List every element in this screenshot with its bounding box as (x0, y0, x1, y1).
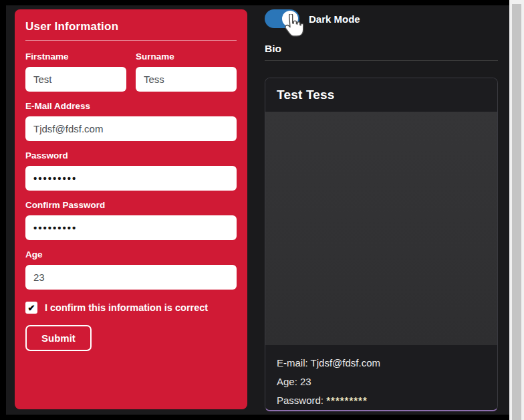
dark-mode-row: Dark Mode (265, 9, 498, 28)
email-label: E-Mail Address (25, 101, 237, 111)
age-label: Age (25, 249, 237, 259)
email-input[interactable] (25, 116, 237, 141)
toggle-knob-icon (282, 11, 298, 27)
confirm-password-label: Confirm Password (25, 200, 237, 210)
bio-card-header: Test Tess (265, 78, 497, 112)
bio-email-row: E-mail: Tjdsf@fdsf.com (277, 356, 486, 369)
bio-email-label: E-mail: (277, 357, 311, 369)
bio-email-value: Tjdsf@fdsf.com (311, 357, 380, 369)
age-input[interactable] (25, 265, 237, 290)
bio-age-label: Age: (277, 376, 300, 387)
email-field-group: E-Mail Address (25, 101, 237, 141)
confirm-checkbox-row: ✔ I confirm this information is correct (25, 302, 237, 314)
bio-password-row: Password: ********* (277, 394, 486, 407)
password-field-group: Password (25, 150, 237, 191)
confirm-password-field-group: Confirm Password (25, 200, 237, 240)
dark-mode-toggle[interactable] (265, 9, 299, 28)
age-field-group: Age (25, 249, 237, 290)
dark-mode-label: Dark Mode (309, 13, 360, 25)
firstname-label: Firstname (25, 51, 126, 62)
confirm-checkbox[interactable]: ✔ (25, 302, 37, 314)
firstname-field-group: Firstname (25, 42, 126, 92)
bio-age-value: 23 (300, 376, 311, 387)
confirm-password-input[interactable] (25, 215, 237, 240)
vertical-scrollbar[interactable] (509, 0, 524, 420)
bio-column: Dark Mode Bio Test Tess E-mail: Tjdsf@fd… (265, 5, 498, 415)
firstname-input[interactable] (25, 67, 126, 92)
password-label: Password (25, 150, 237, 161)
bio-password-label: Password: (277, 395, 326, 406)
bio-card-footer: E-mail: Tjdsf@fdsf.com Age: 23 Password:… (265, 345, 497, 410)
confirm-checkbox-label: I confirm this information is correct (45, 302, 208, 313)
panel-title: User Information (25, 20, 237, 33)
surname-label: Surname (136, 51, 237, 62)
bio-card-title: Test Tess (277, 88, 335, 102)
page-background: User Information Firstname Surname E-Mai… (6, 5, 509, 415)
panel-title-divider (25, 40, 237, 41)
bio-card-body (265, 112, 497, 345)
surname-input[interactable] (136, 67, 237, 92)
bio-age-row: Age: 23 (277, 375, 486, 388)
scrollbar-thumb[interactable] (512, 4, 521, 420)
bio-password-masked-value: ********* (326, 395, 368, 406)
checkbox-check-icon: ✔ (28, 303, 35, 313)
bio-heading: Bio (265, 43, 498, 55)
bio-divider (265, 60, 498, 61)
submit-button[interactable]: Submit (25, 325, 92, 351)
surname-field-group: Surname (136, 42, 237, 92)
password-input[interactable] (25, 166, 237, 191)
bio-card: Test Tess E-mail: Tjdsf@fdsf.com Age: 23… (265, 78, 498, 411)
user-information-panel: User Information Firstname Surname E-Mai… (15, 9, 247, 409)
